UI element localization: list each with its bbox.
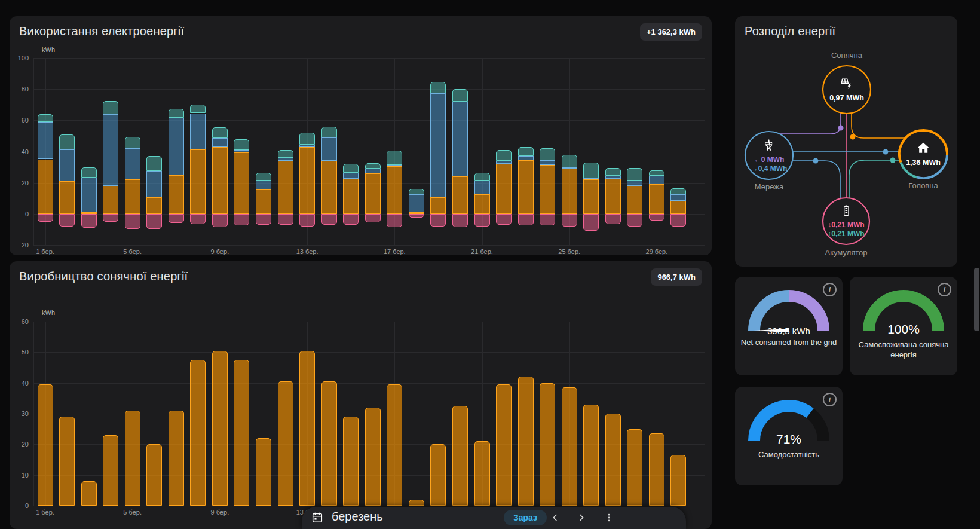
bar-solar_consumption-day-23[interactable] xyxy=(518,160,534,214)
bar-solar_production-day-19[interactable] xyxy=(430,444,446,506)
bar-solar_production-day-11[interactable] xyxy=(256,438,271,506)
bar-solar_production-day-17[interactable] xyxy=(387,384,402,506)
bar-battery_consumption-day-17[interactable] xyxy=(387,151,402,165)
bar-grid_consumption-day-21[interactable] xyxy=(474,181,490,195)
bar-battery_consumption-day-11[interactable] xyxy=(256,173,271,181)
bar-grid_consumption-day-16[interactable] xyxy=(365,169,381,173)
bar-grid_consumption-day-3[interactable] xyxy=(81,178,97,213)
bar-battery_charge_and_grid_return-day-9[interactable] xyxy=(212,214,228,227)
bar-battery_charge_and_grid_return-day-26[interactable] xyxy=(583,214,599,231)
bar-battery_charge_and_grid_return-day-28[interactable] xyxy=(627,214,642,227)
bar-solar_production-day-8[interactable] xyxy=(190,360,206,506)
bar-grid_consumption-day-25[interactable] xyxy=(562,167,577,169)
bar-solar_production-day-1[interactable] xyxy=(38,384,53,506)
bar-grid_consumption-day-2[interactable] xyxy=(59,149,75,182)
bar-battery_consumption-day-18[interactable] xyxy=(409,189,424,194)
bar-grid_consumption-day-8[interactable] xyxy=(190,114,206,149)
bar-battery_charge_and_grid_return-day-20[interactable] xyxy=(452,214,468,227)
bar-battery_charge_and_grid_return-day-21[interactable] xyxy=(474,214,490,227)
calendar-icon[interactable] xyxy=(311,511,324,524)
bar-solar_production-day-26[interactable] xyxy=(583,405,599,506)
bar-solar_production-day-7[interactable] xyxy=(169,411,184,506)
bar-battery_charge_and_grid_return-day-24[interactable] xyxy=(540,214,555,226)
bar-grid_consumption-day-14[interactable] xyxy=(321,137,337,161)
bar-battery_charge_and_grid_return-day-17[interactable] xyxy=(387,214,402,227)
bar-battery_consumption-day-22[interactable] xyxy=(496,150,512,161)
bar-battery_consumption-day-19[interactable] xyxy=(430,82,446,93)
bar-grid_consumption-day-19[interactable] xyxy=(430,93,446,198)
bar-solar_production-day-3[interactable] xyxy=(81,481,97,506)
bar-battery_consumption-day-26[interactable] xyxy=(583,163,599,178)
bar-battery_charge_and_grid_return-day-2[interactable] xyxy=(59,214,75,227)
bar-battery_consumption-day-13[interactable] xyxy=(299,133,315,145)
bar-solar_production-day-2[interactable] xyxy=(59,417,75,506)
bar-solar_production-day-13[interactable] xyxy=(299,351,315,506)
bar-battery_consumption-day-24[interactable] xyxy=(540,148,555,160)
bar-solar_consumption-day-16[interactable] xyxy=(365,173,381,214)
bar-battery_consumption-day-2[interactable] xyxy=(59,134,75,149)
bar-battery_charge_and_grid_return-day-3[interactable] xyxy=(81,214,97,228)
bar-grid_consumption-day-28[interactable] xyxy=(627,181,642,186)
bar-grid_consumption-day-24[interactable] xyxy=(540,160,555,165)
bar-battery_charge_and_grid_return-day-5[interactable] xyxy=(125,214,140,229)
bar-battery_charge_and_grid_return-day-12[interactable] xyxy=(278,214,293,225)
bar-battery_consumption-day-9[interactable] xyxy=(212,127,228,138)
bar-solar_consumption-day-6[interactable] xyxy=(146,197,162,213)
bar-battery_consumption-day-29[interactable] xyxy=(649,170,664,176)
bar-solar_production-day-6[interactable] xyxy=(146,444,162,506)
bar-solar_consumption-day-29[interactable] xyxy=(649,184,664,214)
bar-solar_production-day-21[interactable] xyxy=(474,441,490,506)
bar-solar_production-day-4[interactable] xyxy=(103,435,118,506)
bar-solar_consumption-day-25[interactable] xyxy=(562,169,577,214)
bar-solar_production-day-25[interactable] xyxy=(562,387,577,506)
bar-solar_consumption-day-12[interactable] xyxy=(278,161,293,214)
bar-battery_consumption-day-28[interactable] xyxy=(627,168,642,181)
bar-solar_consumption-day-10[interactable] xyxy=(234,152,249,214)
bar-solar_production-day-16[interactable] xyxy=(365,408,381,506)
previous-period-button[interactable] xyxy=(548,510,562,525)
bar-battery_charge_and_grid_return-day-11[interactable] xyxy=(256,214,271,225)
bar-battery_charge_and_grid_return-day-14[interactable] xyxy=(321,214,337,225)
bar-battery_consumption-day-6[interactable] xyxy=(146,156,162,171)
bar-grid_consumption-day-12[interactable] xyxy=(278,158,293,161)
bar-solar_production-day-28[interactable] xyxy=(627,429,642,506)
bar-solar_consumption-day-19[interactable] xyxy=(430,197,446,213)
bar-grid_consumption-day-18[interactable] xyxy=(409,194,424,212)
bar-grid_consumption-day-22[interactable] xyxy=(496,161,512,164)
bar-grid_consumption-day-10[interactable] xyxy=(234,150,249,152)
bar-battery_charge_and_grid_return-day-15[interactable] xyxy=(343,214,359,225)
bar-solar_production-day-14[interactable] xyxy=(321,381,337,506)
bar-battery_charge_and_grid_return-day-30[interactable] xyxy=(670,214,686,227)
bar-grid_consumption-day-23[interactable] xyxy=(518,156,534,160)
bar-battery_charge_and_grid_return-day-7[interactable] xyxy=(169,214,184,224)
bar-grid_consumption-day-11[interactable] xyxy=(256,181,271,190)
bar-solar_consumption-day-26[interactable] xyxy=(583,179,599,213)
bar-battery_charge_and_grid_return-day-8[interactable] xyxy=(190,214,206,224)
bar-solar_consumption-day-21[interactable] xyxy=(474,194,490,214)
bar-battery_consumption-day-5[interactable] xyxy=(125,137,140,149)
bar-battery_consumption-day-20[interactable] xyxy=(452,89,468,102)
bar-battery_charge_and_grid_return-day-10[interactable] xyxy=(234,214,249,226)
bar-battery_charge_and_grid_return-day-19[interactable] xyxy=(430,214,446,227)
bar-grid_consumption-day-15[interactable] xyxy=(343,173,359,179)
bar-battery_consumption-day-8[interactable] xyxy=(190,105,206,113)
bar-battery_consumption-day-21[interactable] xyxy=(474,173,490,181)
bar-solar_production-day-30[interactable] xyxy=(670,455,686,506)
bar-solar_consumption-day-22[interactable] xyxy=(496,164,512,214)
next-period-button[interactable] xyxy=(574,510,589,525)
bar-solar_consumption-day-2[interactable] xyxy=(59,181,75,214)
page-scrollbar-thumb[interactable] xyxy=(974,268,979,331)
bar-solar_consumption-day-30[interactable] xyxy=(670,201,686,214)
bar-grid_consumption-day-6[interactable] xyxy=(146,171,162,197)
bar-battery_charge_and_grid_return-day-4[interactable] xyxy=(103,214,118,222)
bar-solar_consumption-day-20[interactable] xyxy=(452,176,468,214)
bar-battery_consumption-day-14[interactable] xyxy=(321,127,337,137)
bar-solar_production-day-12[interactable] xyxy=(278,381,293,506)
bar-battery_consumption-day-25[interactable] xyxy=(562,155,577,167)
bar-battery_consumption-day-7[interactable] xyxy=(169,109,184,118)
bar-solar_consumption-day-17[interactable] xyxy=(387,166,402,214)
bar-grid_consumption-day-20[interactable] xyxy=(452,102,468,176)
bar-grid_consumption-day-30[interactable] xyxy=(670,194,686,200)
bar-battery_charge_and_grid_return-day-6[interactable] xyxy=(146,214,162,229)
bar-battery_charge_and_grid_return-day-25[interactable] xyxy=(562,214,577,227)
